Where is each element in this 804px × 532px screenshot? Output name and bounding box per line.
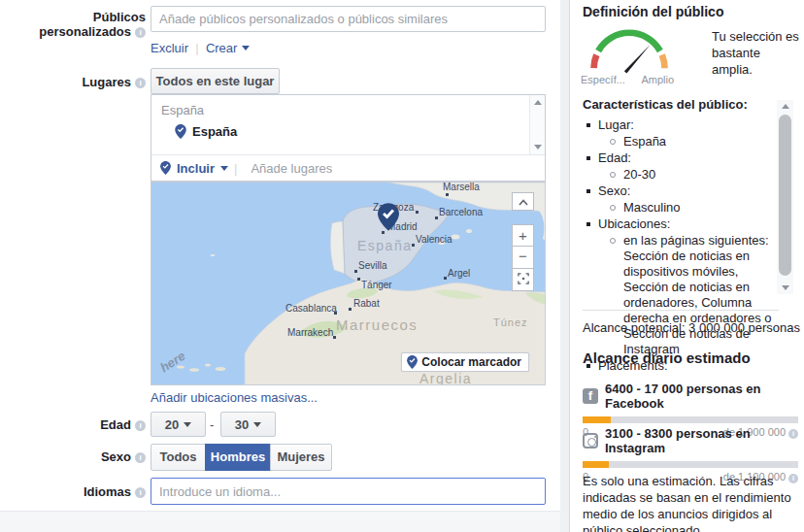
characteristic-value: Masculino bbox=[608, 200, 772, 216]
characteristic-item: Edad: 20-30 bbox=[583, 150, 772, 183]
zoom-out-button[interactable]: − bbox=[512, 247, 534, 269]
scroll-down-icon[interactable] bbox=[782, 285, 789, 290]
characteristics-title: Características del público: bbox=[583, 97, 772, 112]
chevron-down-icon bbox=[242, 46, 250, 50]
map-city-label: Barcelona bbox=[439, 207, 483, 217]
bulk-locations-link[interactable]: Añadir ubicaciones masivas... bbox=[151, 390, 318, 405]
characteristic-item: Ubicaciones: en las páginas siguientes: … bbox=[583, 216, 772, 357]
map-region-label: Túnez bbox=[493, 316, 528, 328]
places-list-box: España España Incluir | bbox=[151, 94, 546, 182]
instagram-reach-text: 3100 - 8300 personas en Instagram bbox=[605, 426, 798, 455]
map-region-label: España bbox=[357, 238, 412, 253]
place-row[interactable]: España bbox=[151, 117, 545, 139]
map[interactable]: España Marruecos Túnez Argelia Marsella … bbox=[151, 182, 546, 385]
location-pin-icon bbox=[160, 161, 171, 175]
scroll-up-icon[interactable] bbox=[534, 100, 542, 105]
include-dropdown[interactable]: Incluir bbox=[177, 161, 215, 176]
potential-reach: Alcance potencial: 3 000 000 personas bbox=[583, 320, 800, 335]
info-icon[interactable]: i bbox=[135, 420, 146, 431]
divider bbox=[583, 310, 779, 311]
fullscreen-icon bbox=[518, 273, 529, 284]
map-city-label: Valencia bbox=[416, 234, 452, 245]
place-name: España bbox=[192, 124, 237, 139]
location-pin-icon bbox=[407, 355, 418, 369]
chevron-down-icon bbox=[253, 422, 261, 427]
scroll-down-icon[interactable] bbox=[534, 145, 542, 150]
estimation-disclaimer: Es solo una estimación. Las cifras indic… bbox=[583, 473, 800, 532]
include-row: Incluir | bbox=[151, 154, 545, 181]
instagram-icon bbox=[583, 433, 598, 449]
chevron-up-icon bbox=[519, 199, 528, 206]
facebook-reach-text: 6400 - 17 000 personas en Facebook bbox=[605, 382, 798, 411]
scrollbar-thumb[interactable] bbox=[779, 115, 791, 276]
map-city-label: Marrakech bbox=[287, 327, 333, 338]
panel-title: Definición del público bbox=[583, 4, 723, 19]
chevron-down-icon bbox=[220, 166, 228, 171]
gender-segmented-control: Todos Hombres Mujeres bbox=[151, 444, 332, 471]
custom-audiences-input[interactable] bbox=[151, 6, 546, 32]
gender-option-todos[interactable]: Todos bbox=[151, 444, 206, 471]
characteristics-scrollbar[interactable] bbox=[777, 100, 793, 294]
map-city-label: Marsella bbox=[443, 182, 480, 192]
gauge-label-specific: Específ... bbox=[581, 74, 625, 85]
info-icon[interactable]: i bbox=[135, 487, 146, 498]
place-marker-button[interactable]: Colocar marcador bbox=[401, 352, 529, 372]
gender-label: Sexoi bbox=[0, 449, 146, 464]
age-from-dropdown[interactable]: 20 bbox=[151, 412, 206, 437]
map-city-label: Casablanca bbox=[285, 303, 337, 314]
audience-links: Excluir | Crear bbox=[151, 41, 250, 55]
info-icon[interactable]: i bbox=[135, 78, 146, 88]
info-icon[interactable]: i bbox=[135, 452, 146, 463]
facebook-icon: f bbox=[583, 388, 598, 404]
scroll-up-icon[interactable] bbox=[782, 104, 789, 109]
zoom-in-button[interactable]: + bbox=[512, 224, 534, 247]
instagram-reach-bar bbox=[583, 461, 798, 468]
gender-option-hombres[interactable]: Hombres bbox=[205, 444, 271, 471]
map-city-label: Argel bbox=[448, 268, 470, 279]
characteristic-value: España bbox=[608, 134, 772, 150]
gauge-labels: Específ... Amplio bbox=[581, 74, 674, 85]
gauge-label-broad: Amplio bbox=[641, 74, 674, 85]
map-city-label: Tánger bbox=[361, 280, 392, 290]
map-city-label: Sevilla bbox=[358, 260, 386, 271]
facebook-reach-bar bbox=[583, 416, 798, 423]
age-to-dropdown[interactable]: 30 bbox=[220, 412, 276, 437]
languages-label: Idiomasi bbox=[0, 484, 146, 499]
map-city-label: Rabat bbox=[353, 298, 380, 309]
bottom-divider-band bbox=[0, 511, 568, 532]
fullscreen-button[interactable] bbox=[512, 269, 534, 291]
daily-reach-title: Alcance diario estimado bbox=[583, 349, 751, 366]
map-region-label: Argelia bbox=[419, 371, 472, 385]
characteristic-value: 20-30 bbox=[608, 167, 772, 183]
places-label: Lugaresi bbox=[0, 75, 146, 89]
map-region-label: Marruecos bbox=[336, 316, 418, 333]
selected-location-pin-icon bbox=[378, 203, 399, 231]
age-dash: - bbox=[210, 417, 214, 432]
age-label: Edadi bbox=[0, 417, 146, 432]
languages-input[interactable] bbox=[151, 478, 546, 505]
gauge-message: Tu selección es bastante amplia. bbox=[712, 28, 801, 78]
places-mode-dropdown[interactable]: Todos en este lugar bbox=[151, 68, 280, 94]
characteristic-value: en las páginas siguientes: Sección de no… bbox=[608, 233, 772, 357]
exclude-link[interactable]: Excluir bbox=[151, 41, 188, 55]
audience-gauge bbox=[583, 21, 676, 76]
gender-option-mujeres[interactable]: Mujeres bbox=[270, 444, 332, 471]
list-scrollbar[interactable] bbox=[529, 95, 545, 154]
chevron-down-icon bbox=[184, 422, 191, 427]
map-pan-up-button[interactable] bbox=[512, 192, 534, 211]
add-places-input[interactable] bbox=[243, 157, 545, 179]
characteristic-item: Sexo: Masculino bbox=[583, 183, 772, 216]
characteristic-item: Lugar: España bbox=[583, 117, 772, 150]
map-zoom-controls: + − bbox=[512, 224, 534, 291]
places-group-header: España bbox=[151, 95, 545, 117]
places-list: España España bbox=[151, 95, 545, 154]
audience-definition-panel: Definición del público Específ... Amplio… bbox=[569, 0, 804, 532]
location-pin-icon bbox=[175, 124, 186, 139]
custom-audiences-label: Públicos personalizadosi bbox=[0, 10, 146, 39]
create-link[interactable]: Crear bbox=[206, 41, 238, 55]
info-icon[interactable]: i bbox=[135, 27, 146, 38]
panel-gutter bbox=[560, 0, 569, 532]
